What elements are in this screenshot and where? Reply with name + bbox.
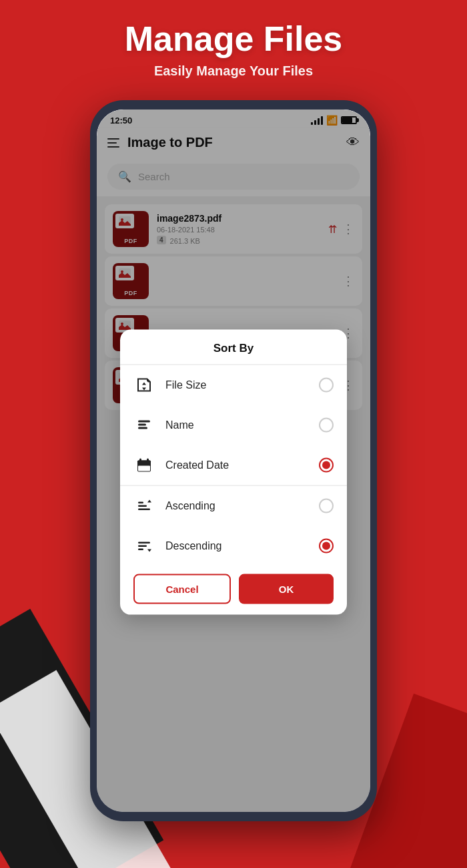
sort-option-name-radio[interactable] <box>319 418 334 433</box>
svg-rect-19 <box>138 502 143 504</box>
name-icon <box>133 415 155 436</box>
dialog-title: Sort By <box>120 330 347 365</box>
hero-subtitle: Easily Manage Your Files <box>0 63 467 79</box>
sort-option-name[interactable]: Name <box>120 405 347 445</box>
sort-option-date-radio[interactable] <box>319 458 334 473</box>
svg-rect-17 <box>138 509 150 511</box>
sort-option-filesize-label: File Size <box>165 379 308 391</box>
ascending-icon <box>133 495 155 517</box>
sort-dialog: Sort By File Size <box>120 330 347 615</box>
sort-order-descending[interactable]: Descending <box>120 526 347 566</box>
svg-rect-15 <box>147 459 149 462</box>
svg-rect-13 <box>137 463 151 466</box>
sort-order-descending-radio[interactable] <box>319 539 334 554</box>
svg-rect-16 <box>138 466 150 471</box>
hero-title: Manage Files <box>0 20 467 58</box>
svg-rect-8 <box>138 421 150 423</box>
file-size-icon <box>133 375 155 396</box>
phone-screen: 12:50 📶 Image to PDF 👁 🔍 Se <box>97 110 370 812</box>
svg-rect-20 <box>138 542 150 544</box>
svg-rect-14 <box>139 459 141 462</box>
descending-icon <box>133 535 155 557</box>
sort-option-filesize[interactable]: File Size <box>120 365 347 405</box>
svg-rect-9 <box>138 424 146 426</box>
sort-order-ascending[interactable]: Ascending <box>120 486 347 526</box>
sort-option-date-label: Created Date <box>165 459 308 471</box>
hero-section: Manage Files Easily Manage Your Files <box>0 0 467 79</box>
cancel-button[interactable]: Cancel <box>133 574 231 604</box>
sort-order-descending-label: Descending <box>165 540 308 552</box>
ok-button[interactable]: OK <box>239 574 334 604</box>
svg-rect-10 <box>138 427 147 429</box>
svg-rect-21 <box>138 546 147 548</box>
phone-frame: 12:50 📶 Image to PDF 👁 🔍 Se <box>90 100 377 821</box>
calendar-icon <box>133 455 155 476</box>
sort-option-name-label: Name <box>165 419 308 431</box>
svg-rect-18 <box>138 505 147 507</box>
sort-order-ascending-radio[interactable] <box>319 499 334 513</box>
sort-option-filesize-radio[interactable] <box>319 378 334 393</box>
svg-rect-22 <box>138 549 143 551</box>
sort-option-date[interactable]: Created Date <box>120 445 347 485</box>
dialog-buttons: Cancel OK <box>120 569 347 604</box>
sort-order-ascending-label: Ascending <box>165 500 308 512</box>
